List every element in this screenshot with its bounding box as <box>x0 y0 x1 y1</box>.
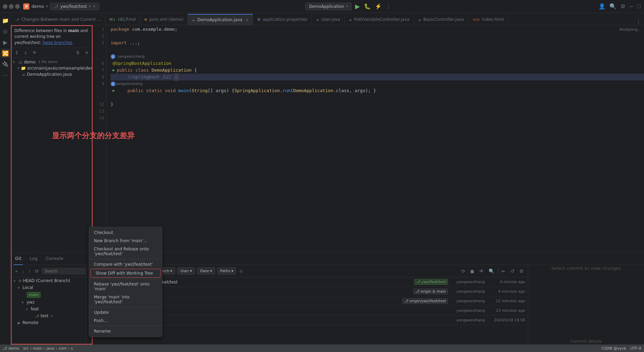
filter-paths[interactable]: Paths ▾ <box>217 267 236 275</box>
restore-window-btn[interactable]: □ <box>636 3 641 10</box>
git-fetch-btn[interactable]: ↓ <box>20 268 26 275</box>
eye-btn[interactable]: 👁 <box>31 49 38 56</box>
commit-author-1: yangwanzhang <box>451 289 485 294</box>
tree-item-project[interactable]: ▾ 🗂 demo 1 file demo <box>11 59 93 65</box>
filter-user[interactable]: User ▾ <box>177 267 195 275</box>
status-path-src: src <box>23 346 29 351</box>
minimize-window-btn[interactable]: ─ <box>629 3 634 10</box>
tree-item-srcfolder[interactable]: ▾ 📁 src\main\java\com\example\demo <box>11 65 93 71</box>
diff-title: Difference between files in main andcurr… <box>14 28 89 46</box>
commit-author-0: yangwanzhang <box>451 280 485 284</box>
search-icon[interactable]: 🔍 <box>609 2 617 10</box>
git-update-btn[interactable]: ⟳ <box>33 268 40 275</box>
code-line-3: import ...; <box>111 40 644 46</box>
sidebar-icon-folder[interactable]: 📁 <box>1 16 10 25</box>
ctx-compare[interactable]: Compare with 'ywz/feat/test' <box>89 265 162 268</box>
ctx-rename[interactable]: Rename <box>89 327 162 335</box>
git-tree-head[interactable]: ▾ ⊙ HEAD (Current Branch) <box>11 277 86 284</box>
sidebar-icon-commit[interactable]: ⊙ <box>1 27 10 36</box>
branch-badge-icon-1: ⎇ <box>415 289 420 294</box>
code-line-6: @SpringBootApplication <box>111 60 644 67</box>
app-dropdown-icon[interactable]: ▾ <box>46 4 48 8</box>
minimize-btn[interactable] <box>3 4 8 9</box>
sidebar-icon-git[interactable]: 🔀 <box>1 48 10 58</box>
run-gutter-7[interactable]: ▶ <box>111 67 117 74</box>
status-branch[interactable]: ⎇ demo <box>3 346 19 351</box>
coverage-button[interactable]: ⚡ <box>374 2 382 10</box>
run-config[interactable]: DemoApplication ▾ <box>305 3 352 10</box>
tab-overflow[interactable]: ⋮ <box>636 18 644 25</box>
log-share-btn[interactable]: ⎋ <box>238 268 244 275</box>
tab-demoapp-close[interactable]: ✕ <box>246 18 249 22</box>
git-push-btn[interactable]: ↑ <box>27 268 32 275</box>
swap-branches-link[interactable]: Swap branches <box>42 40 72 45</box>
git-search-input[interactable] <box>42 268 86 275</box>
maximize-btn[interactable] <box>9 4 14 9</box>
git-tree-remote[interactable]: ▶ Remote <box>11 319 86 326</box>
tab-demoapp[interactable]: ☕ DemoApplication.java ✕ <box>188 14 253 25</box>
bottom-tab-log[interactable]: Log <box>28 253 39 265</box>
run-button[interactable]: ▶ <box>354 2 361 11</box>
tab-appprops[interactable]: ⚙ application.properties <box>253 14 312 25</box>
git-add-btn[interactable]: + <box>14 268 19 275</box>
ctx-push[interactable]: Push... <box>89 317 162 325</box>
tab-basicctrl[interactable]: ☕ BasicController.java <box>414 14 468 25</box>
tab-pom[interactable]: ≋ pom.xml (demo) <box>140 14 188 25</box>
user-icon[interactable]: 👤 <box>598 2 606 10</box>
run-gutter-9[interactable]: ▶ <box>111 87 117 94</box>
ctx-show-diff[interactable]: Show Diff with Working Tree <box>90 269 160 278</box>
bottom-tab-git[interactable]: Git <box>14 253 23 265</box>
close-diff-btn[interactable]: ✕ <box>83 49 90 56</box>
branch-badge-icon-2: ⎇ <box>404 299 409 303</box>
title-bar: d demo ▾ ⎇ ywz/feat/test ▾ ✕ DemoApplica… <box>0 0 644 13</box>
log-eye[interactable]: 👁 <box>478 268 485 275</box>
git-tree-test[interactable]: ⎇ test ← <box>11 312 86 319</box>
sort-btn[interactable]: ⇅ <box>74 49 82 56</box>
debug-button[interactable]: 🐛 <box>363 2 372 10</box>
git-tree-local[interactable]: ▾ Local <box>11 284 86 291</box>
log-expand[interactable]: ⇤ <box>500 268 507 275</box>
ctx-merge[interactable]: Merge 'main' into 'ywz/feat/test' <box>89 293 162 306</box>
git-head-arrow: ▾ <box>14 279 17 283</box>
tab-changes[interactable]: ⎇ Changes Between main and Current ... <box>11 14 106 25</box>
tab-index[interactable]: </> index.html <box>468 14 508 25</box>
status-right: CSDN @vyvb UTF-8 <box>602 346 641 351</box>
log-settings[interactable]: ⚙ <box>518 268 525 275</box>
window-controls <box>3 4 20 9</box>
git-tree-ywz[interactable]: ▾ ywz <box>11 299 86 306</box>
editor-tabs: ⎇ Changes Between main and Current ... M… <box>11 13 644 25</box>
git-tree-feat[interactable]: ▾ feat <box>11 306 86 312</box>
commit-author-3: yangwanzhang <box>451 308 485 313</box>
title-bar-center: DemoApplication ▾ ▶ 🐛 ⚡ ⋮ <box>101 2 596 11</box>
status-path[interactable]: src › main › java › com › s <box>23 346 73 351</box>
git-remote-label: Remote <box>23 320 38 325</box>
collapse-btn[interactable]: ↓ <box>22 49 29 56</box>
more-button[interactable]: ⋮ <box>385 2 392 10</box>
bottom-content: + ↓ ↑ ⟳ ▾ ⊙ HEAD (Current Branch) ▾ Loca… <box>11 265 644 344</box>
tab-user[interactable]: ☕ User.java <box>312 14 345 25</box>
branch-tab-close[interactable]: ✕ <box>93 4 96 8</box>
sidebar-icon-run[interactable]: ▶ <box>1 38 10 47</box>
app-name[interactable]: demo <box>31 4 44 9</box>
settings-icon[interactable]: ⚙ <box>620 2 626 10</box>
tab-pathvar[interactable]: ☕ PathVariableController.java <box>345 14 414 25</box>
sidebar-icon-more[interactable]: ⋯ <box>1 70 10 80</box>
bottom-tab-console[interactable]: Console <box>44 253 65 265</box>
log-refresh2[interactable]: ⟳ <box>460 268 467 275</box>
log-search2[interactable]: 🔍 <box>487 268 496 275</box>
log-collapse[interactable]: ◼ <box>469 268 476 275</box>
ctx-update[interactable]: Update <box>89 308 162 317</box>
git-tree-main[interactable]: main <box>11 291 86 299</box>
expand-all-btn[interactable]: ↕ <box>13 49 20 56</box>
filter-date[interactable]: Date ▾ <box>197 267 215 275</box>
tree-item-demoapp-file[interactable]: ☕ DemoApplication.java <box>11 71 93 77</box>
status-git-icon: ⎇ <box>3 346 7 351</box>
tab-changes-icon: ⎇ <box>15 17 19 22</box>
sidebar-icon-plugins[interactable]: 🔌 <box>1 59 10 69</box>
close-btn[interactable] <box>15 4 20 9</box>
ctx-rebase[interactable]: Rebase 'ywz/feat/test' onto 'main' <box>89 280 162 293</box>
log-left[interactable]: ↺ <box>509 268 516 275</box>
branch-tab[interactable]: ⎇ ywz/feat/test ▾ ✕ <box>50 3 99 10</box>
branch-badge-label-0: ywz/feat/test <box>421 280 446 284</box>
tab-help[interactable]: M↓ HELP.md <box>106 14 140 25</box>
